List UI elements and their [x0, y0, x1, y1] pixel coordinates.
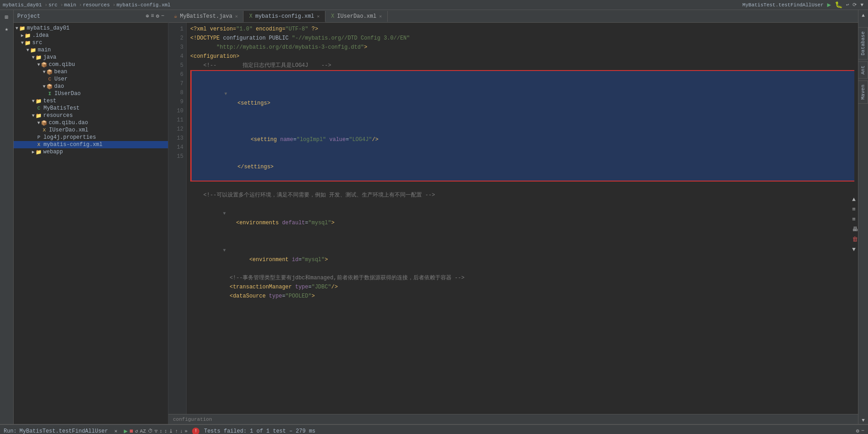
scroll-up-icon[interactable]: ▲ [861, 12, 866, 19]
breadcrumb-part-3[interactable]: main [64, 2, 76, 8]
run-config-name[interactable]: MyBatisTest.testFindAllUser [742, 2, 823, 8]
tree-item-mybatisconfig[interactable]: X mybatis-config.xml [14, 141, 168, 148]
package-icon: 📦 [46, 84, 53, 90]
sep1: › [45, 2, 48, 8]
ant-tab[interactable]: Ant [858, 61, 868, 79]
tree-label: mybatis_day01 [27, 25, 70, 31]
code-content[interactable]: <?xml version="1.0" encoding="UTF-8" ?> … [187, 23, 858, 414]
editor-tabs-bar: ☕ MyBatisTest.java ✕ X mybatis-config.xm… [168, 10, 858, 23]
tree-item-resources[interactable]: ▼ 📁 resources [14, 112, 168, 119]
tree-label: webapp [43, 149, 63, 155]
tab-label: MyBatisTest.java [180, 13, 232, 20]
run-toolbar: Run: MyBatisTest.testFindAllUser ✕ ▶ ■ ↺… [0, 425, 868, 434]
tree-item-test-folder[interactable]: ▼ 📁 test [14, 97, 168, 105]
tab-label: mybatis-config.xml [255, 13, 315, 20]
fold-icon[interactable]: ▼ [223, 211, 226, 216]
maven-tab[interactable]: Maven [858, 81, 868, 104]
xml-icon: X [37, 142, 41, 147]
sep2: › [60, 2, 63, 8]
collapse-button[interactable]: ↕ [164, 429, 168, 434]
favorites-icon[interactable]: ★ [1, 24, 12, 35]
settings-icon[interactable]: ⚙ [156, 13, 159, 20]
arrow-icon: ▼ [43, 70, 46, 75]
filter-button[interactable]: ▽ [155, 428, 158, 434]
scroll-to-button[interactable]: ⤓ [169, 428, 173, 434]
tree-item-src[interactable]: ▼ 📁 src [14, 39, 168, 46]
breadcrumb-text: configuration [173, 417, 212, 422]
tree-item-java[interactable]: ▼ 📁 java [14, 54, 168, 61]
collapse-icon[interactable]: ≡ [151, 13, 154, 20]
debug-button[interactable]: 🐛 [835, 1, 843, 9]
structure-icon[interactable]: ⊞ [1, 12, 12, 23]
fold-icon[interactable]: ▼ [224, 91, 227, 96]
settings-icon[interactable]: ⚙ [856, 428, 859, 434]
folder-icon: 📁 [36, 149, 42, 155]
expand-button[interactable]: ↕ [159, 429, 162, 434]
tree-item-idea[interactable]: ▶ 📁 .idea [14, 32, 168, 39]
arrow-icon: ▼ [32, 113, 35, 118]
tree-item-dao[interactable]: ▼ 📦 dao [14, 83, 168, 90]
sort-alpha-button[interactable]: AZ [140, 429, 146, 434]
tree-item-root[interactable]: ▼ 📁 mybatis_day01 [14, 25, 168, 32]
breadcrumb-part-2[interactable]: src [48, 2, 57, 8]
minimize-icon[interactable]: − [161, 13, 164, 20]
tab-close-icon[interactable]: ✕ [379, 14, 382, 19]
java-file-icon: ☕ [174, 13, 177, 20]
prev-fail-button[interactable]: ↑ [175, 429, 178, 434]
close-run-icon[interactable]: ✕ [114, 428, 117, 434]
folder-icon: 📁 [36, 113, 42, 119]
xml-file-icon: X [331, 13, 334, 20]
more-button[interactable]: » [185, 429, 188, 434]
toolbar-icon-3[interactable]: ▼ [860, 2, 863, 8]
scope-icon[interactable]: ⊕ [146, 13, 149, 20]
tree-item-main[interactable]: ▼ 📁 main [14, 46, 168, 54]
tab-close-icon[interactable]: ✕ [317, 14, 320, 19]
stop-button[interactable]: ■ [129, 428, 133, 434]
run-button[interactable]: ▶ [827, 1, 831, 9]
tree-item-log4j[interactable]: P log4j.properties [14, 134, 168, 141]
toolbar-icon-2[interactable]: ⟳ [853, 2, 857, 8]
tab-mybatisconfig[interactable]: X mybatis-config.xml ✕ [244, 11, 325, 22]
tree-label: test [43, 98, 56, 104]
folder-icon: 📁 [36, 55, 42, 61]
breadcrumb-part-5[interactable]: mybatis-config.xml [117, 2, 171, 8]
code-line-6: ▼ <settings> [190, 70, 854, 117]
code-line-4: <configuration> [190, 52, 854, 61]
arrow-icon: ▶ [21, 33, 24, 38]
scroll-down-icon[interactable]: ▼ [861, 417, 866, 424]
toolbar-icon-1[interactable]: ↩ [846, 2, 849, 8]
minimize-bottom-icon[interactable]: − [861, 428, 864, 434]
tree-label: mybatis-config.xml [44, 141, 103, 148]
rerun-failed-button[interactable]: ↺ [135, 428, 138, 434]
tree-item-user[interactable]: C User [14, 76, 168, 83]
tab-mybatistest[interactable]: ☕ MyBatisTest.java ✕ [168, 11, 244, 22]
tree-item-bean[interactable]: ▼ 📦 bean [14, 68, 168, 76]
tree-label: main [38, 47, 51, 53]
tree-item-comqibu[interactable]: ▼ 📦 com.qibu [14, 61, 168, 68]
fail-badge: ! [192, 428, 199, 434]
package-icon: 📦 [41, 62, 47, 68]
sort-duration-button[interactable]: ⏱ [148, 428, 153, 434]
tree-item-iuserdao[interactable]: I IUserDao [14, 90, 168, 97]
rerun-button[interactable]: ▶ [124, 427, 127, 434]
tab-iuserdao[interactable]: X IUserDao.xml ✕ [325, 11, 388, 22]
tree-label: resources [43, 112, 73, 119]
fold-icon[interactable]: ▼ [223, 248, 226, 253]
next-fail-button[interactable]: ↓ [180, 429, 183, 434]
folder-icon: 📁 [30, 47, 36, 53]
run-config-label: MyBatisTest.testFindAllUser [20, 428, 108, 434]
arrow-icon: ▼ [21, 40, 24, 45]
tab-close-icon[interactable]: ✕ [235, 14, 238, 19]
tree-item-mybatistest[interactable]: C MyBatisTest [14, 105, 168, 112]
database-tab[interactable]: Database [858, 27, 868, 60]
tree-item-iuserdaoxml[interactable]: X IUserDao.xml [14, 126, 168, 134]
run-action-icons: ▶ ■ ↺ AZ ⏱ ▽ ↕ ↕ ⤓ ↑ ↓ » [124, 427, 188, 434]
tree-item-comqibdao[interactable]: ▼ 📦 com.qibu.dao [14, 119, 168, 126]
project-panel: Project ⊕ ≡ ⚙ − ▼ 📁 mybatis_day01 ▶ 📁 .i… [14, 10, 168, 424]
code-editor: 12345 678910 1112131415 <?xml version="1… [168, 23, 858, 414]
test-result-text: Tests failed: 1 of 1 test – 279 ms [204, 428, 315, 434]
breadcrumb-part-4[interactable]: resources [83, 2, 110, 8]
breadcrumb-part-1[interactable]: mybatis_day01 [3, 2, 42, 8]
tab-label: IUserDao.xml [337, 13, 376, 20]
tree-item-webapp[interactable]: ▶ 📁 webapp [14, 148, 168, 156]
